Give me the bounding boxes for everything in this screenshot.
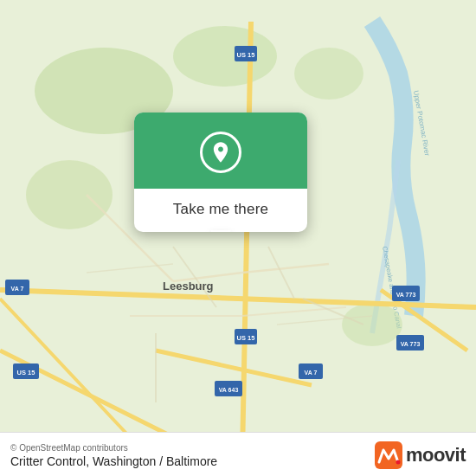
location-title: Critter Control, Washington / Baltimore bbox=[10, 454, 217, 468]
svg-point-6 bbox=[294, 48, 363, 100]
popup-header bbox=[134, 113, 307, 189]
svg-text:US 15: US 15 bbox=[17, 369, 35, 376]
svg-text:VA 773: VA 773 bbox=[396, 292, 416, 298]
moovit-logo[interactable]: moovit bbox=[375, 441, 466, 469]
map-container: Upper Potomac River Chesapeake and Ohio … bbox=[0, 0, 476, 476]
svg-text:VA 7: VA 7 bbox=[11, 286, 24, 292]
bottom-bar: © OpenStreetMap contributors Critter Con… bbox=[0, 432, 476, 476]
location-pin-icon bbox=[209, 140, 233, 164]
map-background: Upper Potomac River Chesapeake and Ohio … bbox=[0, 0, 476, 476]
svg-text:US 15: US 15 bbox=[237, 334, 255, 342]
svg-text:VA 643: VA 643 bbox=[219, 387, 239, 393]
location-popup: Take me there bbox=[134, 113, 307, 232]
popup-tail bbox=[210, 230, 231, 232]
moovit-icon bbox=[375, 441, 402, 469]
svg-point-7 bbox=[342, 303, 402, 346]
svg-text:Leesburg: Leesburg bbox=[163, 280, 214, 293]
copyright-text: © OpenStreetMap contributors bbox=[10, 443, 217, 453]
popup-body: Take me there bbox=[134, 189, 307, 232]
location-icon-circle bbox=[200, 132, 241, 173]
svg-text:VA 773: VA 773 bbox=[401, 341, 421, 347]
svg-point-4 bbox=[173, 26, 277, 87]
take-me-there-button[interactable]: Take me there bbox=[173, 201, 268, 218]
svg-text:US 15: US 15 bbox=[237, 51, 255, 59]
svg-point-43 bbox=[396, 460, 400, 465]
moovit-text: moovit bbox=[406, 444, 466, 466]
svg-point-5 bbox=[26, 160, 113, 229]
svg-text:VA 7: VA 7 bbox=[305, 370, 318, 376]
bottom-left: © OpenStreetMap contributors Critter Con… bbox=[10, 443, 217, 468]
svg-rect-42 bbox=[375, 441, 402, 469]
